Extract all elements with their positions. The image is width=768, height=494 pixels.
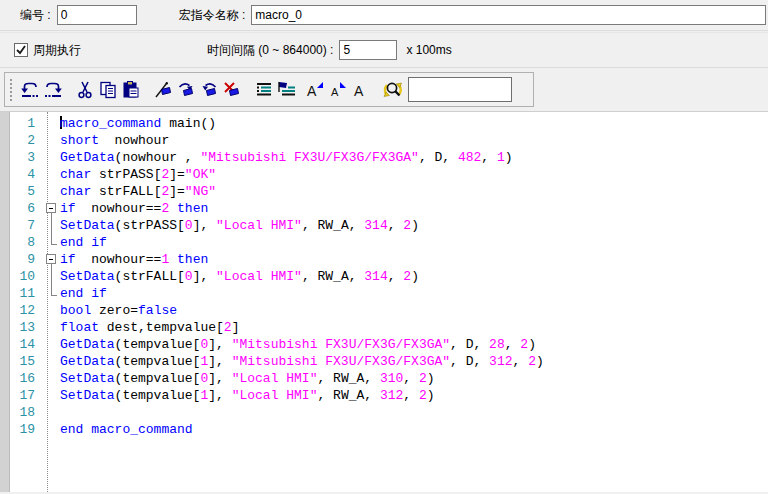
code-token: (tempvalue[ (115, 354, 201, 369)
code-text[interactable]: if nowhour==1 then (60, 251, 768, 268)
font-shrink-button[interactable]: A (326, 78, 349, 101)
fold-column (44, 319, 60, 336)
code-text[interactable]: SetData(tempvalue[1], "Local HMI", RW_A,… (60, 387, 768, 404)
code-line[interactable]: 16SetData(tempvalue[0], "Local HMI", RW_… (0, 370, 768, 387)
fold-column (44, 268, 60, 285)
code-line[interactable]: 8end if (0, 234, 768, 251)
code-token: then (177, 201, 208, 216)
code-text[interactable]: char strPASS[2]="OK" (60, 166, 768, 183)
macro-name-input[interactable] (251, 5, 766, 25)
code-line[interactable]: 11end if (0, 285, 768, 302)
cut-button[interactable] (73, 78, 96, 101)
code-token: , (403, 371, 419, 386)
code-text[interactable] (60, 404, 768, 421)
code-token: "Local HMI" (232, 371, 318, 386)
code-line[interactable]: 14GetData(tempvalue[0], "Mitsubishi FX3U… (0, 336, 768, 353)
code-line[interactable]: 2short nowhour (0, 132, 768, 149)
code-line[interactable]: 6if nowhour==2 then (0, 200, 768, 217)
code-text[interactable]: macro_command main() (60, 115, 768, 132)
previous-bookmark-button[interactable] (197, 78, 220, 101)
code-line[interactable]: 17SetData(tempvalue[1], "Local HMI", RW_… (0, 387, 768, 404)
code-token: , (388, 218, 404, 233)
code-text[interactable]: if nowhour==2 then (60, 200, 768, 217)
code-line[interactable]: 1macro_command main() (0, 115, 768, 132)
code-line[interactable]: 5char strFALL[2]="NG" (0, 183, 768, 200)
clear-bookmarks-button[interactable] (220, 78, 243, 101)
code-token: 2 (419, 371, 427, 386)
code-line[interactable]: 19end macro_command (0, 421, 768, 438)
fold-toggle[interactable] (44, 251, 60, 268)
code-token: , RW_A, (317, 371, 379, 386)
code-text[interactable]: bool zero=false (60, 302, 768, 319)
fold-toggle[interactable] (44, 200, 60, 217)
code-token: 312 (380, 388, 403, 403)
code-line[interactable]: 3GetData(nowhour , "Mitsubishi FX3U/FX3G… (0, 149, 768, 166)
find-button[interactable] (381, 78, 404, 101)
outdent-button[interactable] (275, 78, 298, 101)
code-token: ]= (169, 184, 185, 199)
code-token: "Mitsubishi FX3U/FX3G/FX3GA" (200, 150, 418, 165)
code-token: "Local HMI" (216, 218, 302, 233)
code-text[interactable]: char strFALL[2]="NG" (60, 183, 768, 200)
code-text[interactable]: float dest,tempvalue[2] (60, 319, 768, 336)
redo-button[interactable] (41, 78, 64, 101)
code-text[interactable]: SetData(strPASS[0], "Local HMI", RW_A, 3… (60, 217, 768, 234)
code-line[interactable]: 15GetData(tempvalue[1], "Mitsubishi FX3U… (0, 353, 768, 370)
code-token: ) (411, 218, 419, 233)
svg-text:A: A (354, 83, 364, 99)
svg-text:A: A (307, 83, 317, 99)
code-token: "NG" (185, 184, 216, 199)
code-token: "OK" (185, 167, 216, 182)
paste-button[interactable] (119, 78, 142, 101)
find-input[interactable] (408, 77, 512, 102)
code-line[interactable]: 12bool zero=false (0, 302, 768, 319)
undo-button[interactable] (18, 78, 41, 101)
macro-id-input[interactable] (57, 5, 137, 25)
periodic-execution-checkbox[interactable] (14, 43, 28, 57)
code-text[interactable]: short nowhour (60, 132, 768, 149)
code-line[interactable]: 9if nowhour==1 then (0, 251, 768, 268)
code-token: 1 (497, 150, 505, 165)
fold-column (44, 421, 60, 438)
macro-name-label: 宏指令名称 : (179, 7, 246, 24)
code-token: 2 (403, 269, 411, 284)
toolbar-grip[interactable] (10, 79, 13, 101)
cut-icon (75, 80, 95, 100)
code-text[interactable]: end if (60, 285, 768, 302)
collapse-minus-icon[interactable] (46, 254, 56, 264)
macro-header-row: 编号 : 宏指令名称 : (0, 0, 768, 31)
indent-button[interactable] (252, 78, 275, 101)
code-text[interactable]: SetData(strFALL[0], "Local HMI", RW_A, 3… (60, 268, 768, 285)
code-token: ) (536, 354, 544, 369)
copy-button[interactable] (96, 78, 119, 101)
code-line[interactable]: 10SetData(strFALL[0], "Local HMI", RW_A,… (0, 268, 768, 285)
fold-column (44, 183, 60, 200)
code-line[interactable]: 4char strPASS[2]="OK" (0, 166, 768, 183)
code-token: ], (193, 218, 216, 233)
code-line[interactable]: 13float dest,tempvalue[2] (0, 319, 768, 336)
font-shrink-icon: A (328, 80, 348, 100)
font-enlarge-button[interactable]: A (303, 78, 326, 101)
font-default-button[interactable]: A (349, 78, 372, 101)
toggle-bookmark-icon (153, 80, 173, 100)
fold-column (44, 234, 60, 251)
toggle-bookmark-button[interactable] (151, 78, 174, 101)
code-text[interactable]: GetData(nowhour , "Mitsubishi FX3U/FX3G/… (60, 149, 768, 166)
fold-column (44, 132, 60, 149)
code-line[interactable]: 7SetData(strPASS[0], "Local HMI", RW_A, … (0, 217, 768, 234)
code-token: main() (161, 116, 216, 131)
code-token: nowhour (99, 133, 169, 148)
code-text[interactable]: end if (60, 234, 768, 251)
code-text[interactable]: GetData(tempvalue[0], "Mitsubishi FX3U/F… (60, 336, 768, 353)
next-bookmark-button[interactable] (174, 78, 197, 101)
code-line[interactable]: 18 (0, 404, 768, 421)
collapse-minus-icon[interactable] (46, 203, 56, 213)
macro-code-editor[interactable]: 1macro_command main()2short nowhour3GetD… (0, 112, 768, 492)
interval-input[interactable] (339, 40, 397, 60)
outdent-icon (277, 80, 297, 100)
code-token: strPASS[ (91, 167, 161, 182)
code-text[interactable]: end macro_command (60, 421, 768, 438)
code-text[interactable]: SetData(tempvalue[0], "Local HMI", RW_A,… (60, 370, 768, 387)
code-text[interactable]: GetData(tempvalue[1], "Mitsubishi FX3U/F… (60, 353, 768, 370)
code-token: , D, (450, 337, 489, 352)
